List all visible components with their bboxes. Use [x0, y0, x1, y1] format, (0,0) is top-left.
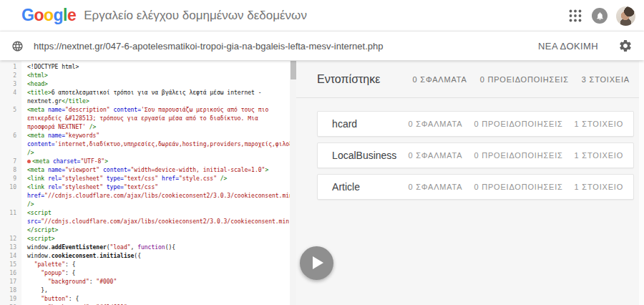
google-logo[interactable]: Google: [21, 6, 76, 25]
code-line[interactable]: 15 "palette": {: [0, 261, 290, 269]
code-line[interactable]: 14window.cookieconsent.initialise({: [0, 252, 290, 261]
code-segment-attr: href=: [27, 193, 44, 199]
line-number: 9: [0, 175, 21, 183]
code-editor[interactable]: 1<!DOCTYPE html>2<html>3<head>4<title>6 …: [0, 61, 290, 305]
code-line[interactable]: 13window.addEventListener("load", functi…: [0, 243, 290, 252]
code-line[interactable]: 7<meta charset="UTF-8">: [0, 158, 290, 166]
code-line[interactable]: 8<meta name="viewport" content="width=de…: [0, 166, 290, 175]
code-segment-tag: />: [217, 175, 227, 182]
code-segment-plain: [27, 296, 41, 302]
card-stat: 0 ΣΦΑΛΜΑΤΑ: [408, 120, 462, 128]
code-lines: 1<!DOCTYPE html>2<html>3<head>4<title>6 …: [0, 61, 290, 305]
settings-gear-icon[interactable]: [618, 39, 633, 53]
code-segment-str: "//cdnjs.cloudflare.com/ajax/libs/cookie…: [41, 218, 289, 225]
summary-stat: 0 ΣΦΑΛΜΑΤΑ: [413, 75, 467, 84]
code-text: <script>: [21, 235, 290, 243]
code-segment-str: "viewport": [65, 167, 99, 173]
card-stat: 1 ΣΤΟΙΧΕΙΟ: [575, 120, 623, 128]
code-segment-str: "//cdnjs.cloudflare.com/ajax/libs/cookie…: [44, 193, 289, 199]
code-line[interactable]: 5<meta name="description" content='Σου π…: [0, 106, 290, 132]
code-line[interactable]: 18 },: [0, 286, 290, 295]
apps-grid-icon[interactable]: [569, 9, 582, 22]
play-icon: [313, 256, 323, 269]
result-cards: hcard0 ΣΦΑΛΜΑΤΑ0 ΠΡΟΕΙΔΟΠΟΙΗΣΕΙΣ1 ΣΤΟΙΧΕ…: [296, 98, 644, 200]
editor-scrollbar[interactable]: [290, 61, 297, 305]
code-segment-plain: window.: [27, 244, 52, 251]
line-number: 7: [0, 158, 21, 166]
result-card[interactable]: LocalBusiness0 ΣΦΑΛΜΑΤΑ0 ΠΡΟΕΙΔΟΠΟΙΗΣΕΙΣ…: [317, 142, 634, 168]
code-segment-tag: <meta: [32, 158, 53, 165]
code-line[interactable]: 10<link rel="stylesheet" type="text/css"…: [0, 183, 290, 209]
code-line[interactable]: 12<script>: [0, 235, 290, 243]
code-line[interactable]: 16 "popup": {: [0, 269, 290, 278]
line-number: 3: [0, 80, 21, 89]
code-line[interactable]: 17 "background": "#000": [0, 278, 290, 286]
globe-icon: [11, 40, 24, 52]
user-avatar[interactable]: [616, 6, 635, 26]
code-segment-plain: [158, 184, 162, 190]
code-segment-plain: ,: [131, 244, 138, 251]
run-test-button[interactable]: [300, 246, 333, 280]
code-text: <script src="//cdnjs.cloudflare.com/ajax…: [21, 209, 290, 235]
code-text: <!DOCTYPE html>: [21, 63, 290, 72]
code-segment-str: "width=device-width, initial-scale=1.0": [131, 167, 265, 173]
code-text: <html>: [21, 72, 290, 80]
code-segment-tag: >: [104, 158, 108, 165]
results-header: Εντοπίστηκε 0 ΣΦΑΛΜΑΤΑ0 ΠΡΟΕΙΔΟΠΟΙΗΣΕΙΣ3…: [296, 61, 644, 98]
code-text: <title>6 αποτελεσματικοί τρόποι για να β…: [21, 89, 290, 106]
code-segment-attr: href=: [162, 175, 179, 182]
app-header: Google Εργαλείο ελέγχου δομημένων δεδομέ…: [0, 0, 644, 32]
code-segment-str: "UTF-8": [80, 158, 104, 165]
results-title: Εντοπίστηκε: [317, 73, 380, 86]
line-number: 2: [0, 72, 21, 80]
code-text: <meta charset="UTF-8">: [21, 158, 290, 166]
code-text: window.addEventListener("load", function…: [21, 243, 290, 252]
code-segment-tag: <link: [27, 175, 48, 182]
code-segment-tag: <title>: [27, 89, 52, 96]
line-number: 16: [0, 269, 21, 278]
code-segment-plain: : {: [65, 261, 75, 268]
code-line[interactable]: 2<html>: [0, 72, 290, 80]
code-segment-str: "text/css": [124, 184, 158, 190]
code-segment-attr: charset=: [53, 158, 81, 165]
line-number: 17: [0, 278, 21, 286]
code-line[interactable]: 6<meta name="keywords" content='internet…: [0, 132, 290, 158]
line-number: 4: [0, 89, 21, 106]
result-type-name: LocalBusiness: [332, 150, 396, 161]
editor-scrollbar-thumb[interactable]: [291, 61, 296, 79]
line-number: 1: [0, 63, 21, 72]
code-segment-plain: window.: [27, 253, 52, 259]
code-segment-plain: [27, 279, 48, 285]
line-number: 11: [0, 209, 21, 235]
code-line[interactable]: 11<script src="//cdnjs.cloudflare.com/aj…: [0, 209, 290, 235]
code-segment-tag: <meta: [27, 132, 48, 139]
code-line[interactable]: 3<head>: [0, 80, 290, 89]
code-line[interactable]: 1<!DOCTYPE html>: [0, 63, 290, 72]
code-line[interactable]: 19 "button": {: [0, 295, 290, 304]
code-segment-str: "palette": [34, 261, 65, 268]
new-test-button[interactable]: ΝΕΑ ΔΟΚΙΜΗ: [538, 41, 598, 52]
logo-letter: g: [54, 6, 64, 24]
code-segment-plain: (){: [165, 244, 175, 251]
notifications-bell-icon[interactable]: [592, 8, 608, 24]
result-card[interactable]: hcard0 ΣΦΑΛΜΑΤΑ0 ΠΡΟΕΙΔΟΠΟΙΗΣΕΙΣ1 ΣΤΟΙΧΕ…: [317, 111, 634, 137]
code-text: <meta name="description" content='Σου πα…: [21, 106, 290, 132]
code-line[interactable]: 9<link rel="stylesheet" type="text/css" …: [0, 175, 290, 183]
results-scrollbar[interactable]: [639, 61, 644, 305]
code-segment-tag: <head>: [27, 81, 48, 87]
code-text: "button": {: [21, 295, 290, 304]
code-segment-attr: content=: [113, 107, 141, 113]
card-stat: 0 ΣΦΑΛΜΑΤΑ: [408, 183, 462, 191]
code-segment-str: "keywords": [65, 132, 99, 139]
code-segment-str: "description": [65, 107, 110, 113]
line-number: 18: [0, 286, 21, 295]
code-segment-tag: />: [86, 124, 96, 130]
line-marker-icon: [27, 160, 31, 163]
result-type-name: Article: [332, 181, 396, 193]
result-card[interactable]: Article0 ΣΦΑΛΜΑΤΑ0 ΠΡΟΕΙΔΟΠΟΙΗΣΕΙΣ1 ΣΤΟΙ…: [317, 174, 634, 200]
code-line[interactable]: 4<title>6 αποτελεσματικοί τρόποι για να …: [0, 89, 290, 106]
code-text: window.cookieconsent.initialise({: [21, 252, 290, 261]
tested-url[interactable]: https://nextnet.gr/047-6-apotelesmatikoi…: [34, 41, 538, 52]
code-segment-str: 'internet,διαδίκτυο,υπηρεσίες,δωρεάν,hos…: [55, 141, 290, 147]
code-segment-plain: <!DOCTYPE html>: [27, 64, 79, 70]
